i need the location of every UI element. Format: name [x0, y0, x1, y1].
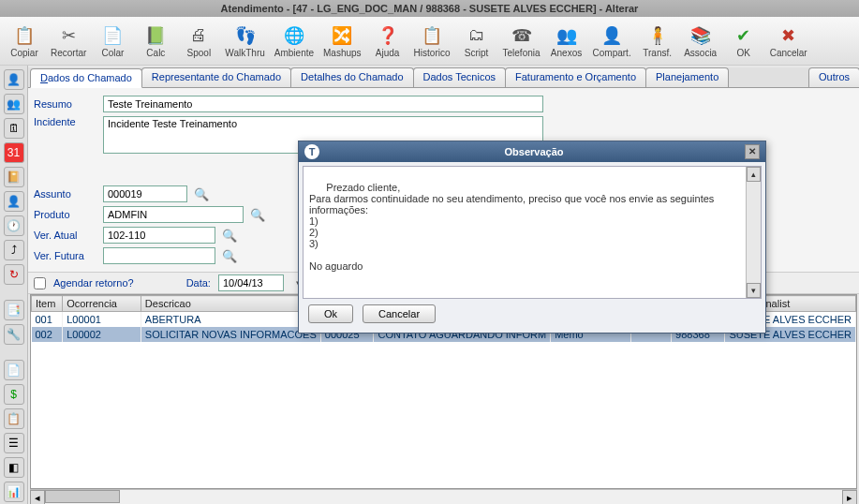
tab-planejamento[interactable]: Planejamento [645, 67, 729, 87]
spool-button-icon: 🖨 [187, 24, 210, 47]
ambiente-button[interactable]: 🌐Ambiente [271, 19, 318, 63]
ok-button-label: OK [736, 48, 749, 58]
transf-button[interactable]: 🧍Transf. [637, 19, 678, 63]
veratual-label: Ver. Atual [34, 230, 97, 241]
script-button[interactable]: 🗂Script [456, 19, 497, 63]
sidebar-icon-13[interactable]: $ [4, 384, 24, 405]
left-sidebar: 👤 👥 🗓 31 📔 👤 🕐 ⤴ ↻ 📑 🔧 📄 $ 📋 ☰ ◧ 📊 [0, 66, 28, 504]
col-ocorrencia[interactable]: Ocorrencia [63, 296, 141, 312]
mashups-button[interactable]: 🔀Mashups [319, 19, 365, 63]
historico-button-label: Historico [414, 48, 451, 58]
sidebar-icon-4[interactable]: 31 [4, 142, 24, 163]
verfutura-lookup-icon[interactable]: 🔍 [221, 247, 238, 264]
cancelar-button-label: Cancelar [770, 48, 807, 58]
dialog-ok-button[interactable]: Ok [308, 304, 353, 323]
sidebar-icon-11[interactable]: 🔧 [4, 324, 24, 345]
assunto-lookup-icon[interactable]: 🔍 [193, 185, 210, 202]
ambiente-button-icon: 🌐 [283, 24, 305, 47]
col-descricao1[interactable]: Descricao [141, 296, 320, 312]
sidebar-icon-17[interactable]: 📊 [4, 482, 24, 502]
sidebar-icon-7[interactable]: 🕐 [4, 215, 24, 236]
verfutura-input[interactable] [103, 247, 215, 264]
produto-input[interactable] [103, 206, 244, 223]
observacao-textarea[interactable]: Prezado cliente, Para darmos continuidad… [303, 166, 762, 299]
tab-outros[interactable]: Outros [808, 67, 859, 87]
transf-button-label: Transf. [643, 48, 672, 58]
historico-button[interactable]: 📋Historico [410, 19, 454, 63]
sidebar-icon-5[interactable]: 📔 [4, 167, 24, 187]
sidebar-icon-12[interactable]: 📄 [4, 360, 24, 380]
dialog-cancel-button[interactable]: Cancelar [363, 304, 436, 323]
telefonia-button[interactable]: ☎Telefonia [499, 19, 544, 63]
copiar-button-icon: 📋 [13, 24, 36, 47]
observacao-dialog: T Observação ✕ Prezado cliente, Para dar… [298, 141, 766, 334]
dialog-close-icon[interactable]: ✕ [745, 144, 760, 159]
data-input[interactable] [218, 274, 284, 291]
col-item[interactable]: Item [32, 296, 63, 312]
agendar-label: Agendar retorno? [53, 277, 134, 289]
tab-representante[interactable]: Representante do Chamado [141, 67, 291, 87]
sidebar-icon-8[interactable]: ⤴ [4, 240, 24, 260]
scroll-left-icon[interactable]: ◂ [30, 490, 45, 504]
walkthru-button-label: WalkThru [225, 48, 264, 58]
associa-button[interactable]: 📚Associa [680, 19, 721, 63]
calc-button-icon: 📗 [144, 24, 167, 47]
compart-button-icon: 👤 [600, 24, 623, 47]
compart-button[interactable]: 👤Compart. [589, 19, 635, 63]
calc-button-label: Calc [146, 48, 165, 58]
mashups-button-label: Mashups [323, 48, 362, 58]
assunto-input[interactable] [103, 185, 187, 202]
anexos-button-label: Anexos [551, 48, 582, 58]
sidebar-icon-3[interactable]: 🗓 [4, 118, 24, 139]
ajuda-button[interactable]: ❓Ajuda [367, 19, 408, 63]
recortar-button-icon: ✂ [57, 24, 80, 47]
tab-tecnicos[interactable]: Dados Tecnicos [413, 67, 506, 87]
window-titlebar: Atendimento - [47 - LG_ENG_DOC_MAN / 988… [0, 0, 859, 17]
cancelar-button[interactable]: ✖Cancelar [766, 19, 811, 63]
colar-button-label: Colar [101, 48, 124, 58]
script-button-icon: 🗂 [466, 24, 488, 47]
sidebar-icon-16[interactable]: ◧ [4, 457, 24, 478]
dialog-vscroll[interactable]: ▴ ▾ [746, 167, 761, 298]
tab-faturamento[interactable]: Faturamento e Orçamento [505, 67, 646, 87]
scroll-right-icon[interactable]: ▸ [842, 490, 857, 504]
colar-button[interactable]: 📄Colar [92, 19, 133, 63]
tab-detalhes[interactable]: Detalhes do Chamado [290, 67, 413, 87]
produto-lookup-icon[interactable]: 🔍 [249, 206, 266, 223]
scroll-up-icon[interactable]: ▴ [747, 167, 761, 182]
script-button-label: Script [465, 48, 489, 58]
recortar-button[interactable]: ✂Recortar [47, 19, 90, 63]
sidebar-icon-1[interactable]: 👤 [4, 69, 24, 90]
veratual-input[interactable] [103, 227, 215, 244]
sidebar-icon-10[interactable]: 📑 [4, 300, 24, 320]
associa-button-icon: 📚 [689, 24, 712, 47]
scroll-down-icon[interactable]: ▾ [747, 283, 761, 298]
sidebar-icon-14[interactable]: 📋 [4, 408, 24, 429]
ok-button-icon: ✔ [733, 24, 755, 47]
walkthru-button[interactable]: 👣WalkThru [221, 19, 268, 63]
compart-button-label: Compart. [593, 48, 631, 58]
copiar-button[interactable]: 📋Copiar [4, 19, 45, 63]
associa-button-label: Associa [684, 48, 717, 58]
sidebar-icon-15[interactable]: ☰ [4, 433, 24, 453]
ok-button[interactable]: ✔OK [723, 19, 764, 63]
walkthru-button-icon: 👣 [234, 24, 257, 47]
veratual-lookup-icon[interactable]: 🔍 [221, 227, 238, 244]
horizontal-scrollbar[interactable]: ◂ ▸ [30, 489, 857, 504]
resumo-input[interactable] [103, 96, 543, 112]
dialog-titlebar[interactable]: T Observação ✕ [299, 141, 765, 162]
scroll-thumb[interactable] [45, 490, 120, 503]
sidebar-icon-2[interactable]: 👥 [4, 94, 24, 114]
telefonia-button-label: Telefonia [503, 48, 541, 58]
spool-button[interactable]: 🖨Spool [178, 19, 219, 63]
calc-button[interactable]: 📗Calc [135, 19, 176, 63]
resumo-label: Resumo [34, 98, 97, 110]
sidebar-icon-9[interactable]: ↻ [4, 264, 24, 285]
ajuda-button-icon: ❓ [377, 24, 399, 47]
tab-strip: Dados do Chamado Representante do Chamad… [28, 67, 859, 88]
anexos-button[interactable]: 👥Anexos [546, 19, 587, 63]
sidebar-icon-6[interactable]: 👤 [4, 191, 24, 212]
colar-button-icon: 📄 [101, 24, 124, 47]
tab-dados-chamado[interactable]: Dados do Chamado [30, 68, 142, 88]
agendar-checkbox[interactable] [34, 277, 46, 289]
